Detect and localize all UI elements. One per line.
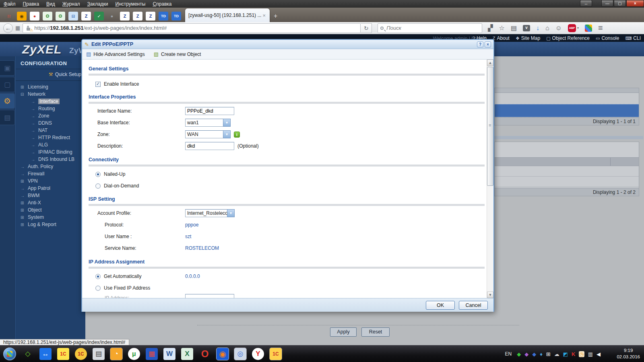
adblock-plus-icon[interactable]: ABP ▾ bbox=[568, 24, 579, 32]
feedback-smiley-icon[interactable]: ☺ bbox=[555, 25, 562, 32]
zone-select[interactable]: WAN ▾ bbox=[185, 130, 231, 138]
tree-expander-icon[interactable]: → bbox=[31, 107, 38, 111]
tree-expander-icon[interactable]: → bbox=[31, 99, 38, 104]
tab-favicon[interactable]: TD bbox=[171, 12, 181, 21]
scrollbar-thumb[interactable] bbox=[487, 67, 493, 186]
tab-close-icon[interactable]: × bbox=[262, 12, 266, 19]
tray-icon[interactable]: ⊞ bbox=[546, 352, 551, 357]
clipboard-icon[interactable]: ▤ bbox=[511, 24, 517, 32]
sidebar-mode-tab-icon[interactable]: ▣ bbox=[0, 60, 15, 76]
cli-link[interactable]: ⌨CLI bbox=[625, 35, 641, 41]
chevron-down-icon[interactable]: ▾ bbox=[223, 130, 231, 138]
tree-expander-icon[interactable]: → bbox=[21, 193, 28, 198]
site-map-link[interactable]: ❖Site Map bbox=[516, 35, 540, 41]
tree-expander-icon[interactable]: → bbox=[31, 150, 38, 154]
quick-setup-link[interactable]: ⚒ Quick Setup bbox=[16, 69, 85, 81]
sidebar-item[interactable]: → Firewall bbox=[16, 170, 85, 177]
search-box[interactable] bbox=[378, 23, 482, 33]
sidebar-item[interactable]: → NAT bbox=[16, 127, 85, 134]
use-fixed-ip-radio[interactable] bbox=[95, 286, 101, 291]
interface-name-input[interactable] bbox=[185, 107, 234, 115]
sidebar-item[interactable]: ⊞ VPN bbox=[16, 177, 85, 185]
tab-favicon[interactable]: ● bbox=[30, 12, 39, 21]
bookmark-star-icon[interactable]: ☆ bbox=[499, 24, 505, 32]
pocket-icon[interactable]: v bbox=[523, 25, 530, 31]
sidebar-item[interactable]: → IP/MAC Binding bbox=[16, 148, 85, 156]
menu-view[interactable]: Вид bbox=[43, 1, 59, 7]
taskbar-app-icon[interactable]: 1С bbox=[75, 348, 87, 360]
tree-expander-icon[interactable]: ⊞ bbox=[21, 215, 28, 220]
menu-tools[interactable]: Инструменты bbox=[112, 1, 149, 7]
apply-button[interactable]: Apply bbox=[330, 327, 357, 337]
tree-expander-icon[interactable]: → bbox=[31, 121, 38, 125]
tab-favicon[interactable]: ◉ bbox=[17, 12, 27, 21]
tab-favicon[interactable]: TD bbox=[159, 12, 168, 21]
tree-expander-icon[interactable]: → bbox=[31, 136, 38, 140]
tree-expander-icon[interactable]: ⊞ bbox=[21, 179, 28, 183]
tree-expander-icon[interactable]: ⊟ bbox=[21, 92, 28, 97]
tray-icon[interactable]: ◆ bbox=[524, 352, 528, 357]
taskbar-app-icon[interactable]: O bbox=[199, 348, 211, 360]
tree-expander-icon[interactable]: ⊞ bbox=[21, 208, 28, 212]
taskbar-app-icon[interactable]: ▦ bbox=[146, 348, 158, 360]
taskbar-clock[interactable]: 9:19 02.03.2016 bbox=[617, 347, 640, 360]
new-tab-button[interactable]: + bbox=[274, 12, 277, 20]
nailed-up-radio[interactable] bbox=[95, 172, 101, 177]
close-window-button[interactable]: × bbox=[626, 0, 644, 7]
console-link[interactable]: ▭Console bbox=[596, 35, 619, 41]
sidebar-mode-tab-icon[interactable]: ▢ bbox=[0, 77, 15, 92]
tray-icon[interactable]: ◆ bbox=[517, 352, 521, 357]
tree-expander-icon[interactable]: ⊞ bbox=[21, 222, 28, 227]
sidebar-item[interactable]: → Interface bbox=[16, 98, 85, 105]
sidebar-mode-tab-icon[interactable]: ▤ bbox=[0, 110, 15, 125]
tab-favicon[interactable]: ʘ bbox=[56, 12, 65, 21]
tree-expander-icon[interactable]: → bbox=[21, 165, 28, 169]
address-bar[interactable]: ⚠ https://192.168.1.251/ext-js/web-pages… bbox=[23, 23, 361, 33]
tree-expander-icon[interactable]: → bbox=[21, 172, 28, 176]
sidebar-item[interactable]: → BWM bbox=[16, 192, 85, 199]
tree-expander-icon[interactable]: ⊞ bbox=[21, 85, 28, 89]
dialog-close-button[interactable]: × bbox=[485, 41, 491, 47]
hide-advanced-settings-button[interactable]: ▤ Hide Advanced Settings bbox=[86, 51, 145, 57]
ok-button[interactable]: OK bbox=[426, 301, 455, 310]
scroll-up-icon[interactable]: ▲ bbox=[487, 60, 493, 66]
dialog-scrollbar[interactable]: ▲ ▼ bbox=[487, 60, 493, 298]
sidebar-item[interactable]: → Zone bbox=[16, 112, 85, 119]
description-input[interactable] bbox=[185, 142, 234, 150]
reload-button[interactable]: ↻ bbox=[361, 23, 372, 33]
resize-window-button[interactable]: ↔ bbox=[580, 0, 592, 7]
sidebar-item[interactable]: → Auth. Policy bbox=[16, 163, 85, 170]
sidebar-item[interactable]: ⊞ Licensing bbox=[16, 83, 85, 90]
start-button[interactable] bbox=[3, 348, 16, 360]
taskbar-app-icon[interactable]: ↔ bbox=[39, 348, 52, 360]
tab-favicon[interactable]: ✓ bbox=[94, 12, 104, 21]
search-input[interactable] bbox=[386, 25, 479, 31]
tray-icon[interactable]: ▥ bbox=[588, 352, 593, 357]
about-link[interactable]: ZAbout bbox=[493, 35, 510, 41]
taskbar-app-icon[interactable]: ◇ bbox=[22, 348, 34, 360]
tray-icon[interactable]: ◀ bbox=[597, 352, 601, 357]
back-button[interactable]: ← bbox=[3, 23, 13, 33]
language-indicator[interactable]: EN bbox=[505, 351, 512, 357]
taskbar-app-icon[interactable]: 1С bbox=[270, 348, 282, 360]
downloads-icon[interactable]: ↓ bbox=[536, 25, 539, 32]
sidebar-item[interactable]: → App Patrol bbox=[16, 185, 85, 192]
hamburger-menu-icon[interactable]: ≡ bbox=[598, 23, 603, 33]
menu-file[interactable]: Файл bbox=[0, 1, 19, 7]
taskbar-app-icon[interactable]: Y bbox=[252, 348, 264, 360]
taskbar-app-icon[interactable]: W bbox=[163, 348, 175, 360]
sidebar-item[interactable]: → ALG bbox=[16, 141, 85, 148]
tray-icon[interactable]: ☁ bbox=[554, 352, 559, 357]
tray-icon[interactable]: ◩ bbox=[563, 352, 568, 357]
get-automatically-radio[interactable] bbox=[95, 274, 101, 279]
tab-favicon[interactable]: ʘ bbox=[43, 12, 52, 21]
tab-favicon[interactable]: ⊟ bbox=[68, 12, 78, 21]
tree-expander-icon[interactable]: → bbox=[31, 143, 38, 147]
menu-help[interactable]: Справка bbox=[149, 1, 175, 7]
tab-favicon[interactable]: Z bbox=[133, 12, 142, 21]
object-reference-link[interactable]: ▢Object Reference bbox=[546, 35, 590, 41]
sidebar-item[interactable]: ⊞ Log & Report bbox=[16, 221, 85, 228]
taskbar-app-icon[interactable]: ◎ bbox=[234, 348, 246, 360]
tab-favicon[interactable]: ● bbox=[107, 12, 117, 21]
menu-history[interactable]: Журнал bbox=[59, 1, 84, 7]
